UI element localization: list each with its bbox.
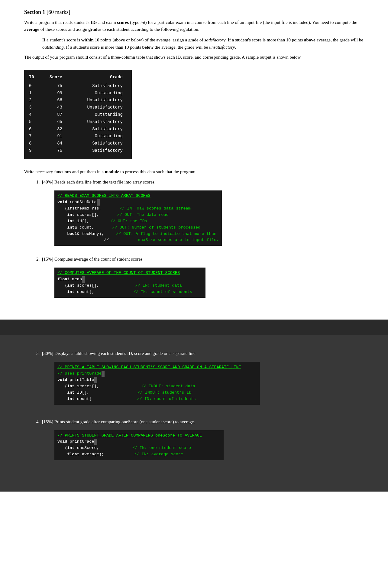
header-score: Score <box>47 75 74 80</box>
section-top: Section 1 [60 marks] Write a program tha… <box>0 0 388 320</box>
grade-table-wrapper: ID Score Grade 0 75 Satisfactory 1 99 Ou… <box>24 70 132 159</box>
code-param-1-2: int scores[],// OUT: The data read <box>57 212 219 218</box>
table-row: 3 43 Unsatisfactory <box>29 104 123 111</box>
cell-grade: Satisfactory <box>74 147 123 154</box>
intro-paragraph-2: The output of your program should consis… <box>24 54 364 61</box>
table-row: 8 84 Satisfactory <box>29 140 123 147</box>
code-comment-3a: // PRINTS A TABLE SHOWING EACH STUDENT'S… <box>57 364 257 371</box>
cell-score: 66 <box>47 97 74 104</box>
task-1-code: // READS EXAM SCORES INTO ARRAY SCORES v… <box>54 190 222 246</box>
grade-table: ID Score Grade 0 75 Satisfactory 1 99 Ou… <box>24 70 132 159</box>
code-sig-4: void printGrade <box>57 439 221 445</box>
table-row: 5 65 Unsatisfactory <box>29 119 123 126</box>
cell-score: 75 <box>47 83 74 90</box>
task-4-code: // PRINTS STUDENT GRADE AFTER COMPARING … <box>54 430 224 460</box>
cell-id: 1 <box>29 90 47 97</box>
code-param-1-1: (ifstream& rss,// IN: Raw scores data st… <box>57 206 219 212</box>
cell-id: 7 <box>29 133 47 140</box>
code-comment-1: // READS EXAM SCORES INTO ARRAY SCORES <box>57 193 219 199</box>
task-3-text: 3. [30%] Displays a table showing each s… <box>36 350 364 357</box>
task-2-code: // COMPUTES AVERAGE OF THE COUNT OF STUD… <box>54 268 205 298</box>
section-marks: [60 marks] <box>47 9 70 15</box>
section-title: Section 1 <box>24 9 45 15</box>
cell-score: 43 <box>47 104 74 111</box>
code-sig-2: float mean <box>57 276 202 283</box>
cell-id: 2 <box>29 97 47 104</box>
table-row: 6 82 Satisfactory <box>29 126 123 133</box>
cell-grade: Satisfactory <box>74 140 123 147</box>
code-param-1-6: // maxSize scores are in input file. <box>57 237 219 243</box>
table-row: 0 75 Satisfactory <box>29 83 123 90</box>
cell-grade: Satisfactory <box>74 126 123 133</box>
cell-grade: Satisfactory <box>74 83 123 90</box>
code-sig-1: void readStuData <box>57 199 219 206</box>
task-3: 3. [30%] Displays a table showing each s… <box>36 350 364 411</box>
table-row: 2 66 Unsatisfactory <box>29 97 123 104</box>
cell-grade: Outstanding <box>74 90 123 97</box>
code-param-4-2: float average);// IN: average score <box>57 451 221 458</box>
cell-grade: Outstanding <box>74 111 123 119</box>
table-header-row: ID Score Grade <box>29 75 123 80</box>
task-3-code: // PRINTS A TABLE SHOWING EACH STUDENT'S… <box>54 362 260 405</box>
cell-score: 87 <box>47 111 74 119</box>
code-param-3-1: (int scores[],// INOUT: student data <box>57 383 257 390</box>
cell-id: 8 <box>29 140 47 147</box>
cell-score: 99 <box>47 90 74 97</box>
rule-text: If a student's score is within 10 points… <box>42 36 364 51</box>
cell-id: 9 <box>29 147 47 154</box>
page-separator <box>0 320 388 335</box>
header-grade: Grade <box>74 75 123 80</box>
table-row: 1 99 Outstanding <box>29 90 123 97</box>
code-param-1-3: int id[],// OUT: the IDs <box>57 218 219 225</box>
code-comment-2: // COMPUTES AVERAGE OF THE COUNT OF STUD… <box>57 270 202 276</box>
cell-id: 3 <box>29 104 47 111</box>
cell-score: 91 <box>47 133 74 140</box>
table-row: 7 91 Outstanding <box>29 133 123 140</box>
code-param-1-5: bool& tooMany);// OUT: A flag to indicat… <box>57 231 219 237</box>
cell-score: 65 <box>47 119 74 126</box>
code-param-3-3: int count)// IN: count of students <box>57 396 257 402</box>
cell-id: 4 <box>29 111 47 119</box>
task-4-text: 4. [15%] Prints student grade after comp… <box>36 418 364 425</box>
cell-id: 0 <box>29 83 47 90</box>
page: Section 1 [60 marks] Write a program tha… <box>0 0 388 492</box>
task-2-text: 2. [15%] Computes average of the count o… <box>36 255 364 263</box>
intro-paragraph-1: Write a program that reads student's IDs… <box>24 19 364 33</box>
code-sig-3: void printTable <box>57 377 257 383</box>
write-intro: Write necessary functions and put them i… <box>24 168 364 175</box>
cell-grade: Outstanding <box>74 133 123 140</box>
task-2: 2. [15%] Computes average of the count o… <box>36 255 364 304</box>
cell-grade: Unsatisfactory <box>74 119 123 126</box>
cell-grade: Unsatisfactory <box>74 97 123 104</box>
cell-score: 82 <box>47 126 74 133</box>
section-heading: Section 1 [60 marks] <box>24 9 364 15</box>
task-1: 1. [40%] Reads each data line from the t… <box>36 178 364 252</box>
code-param-2-2: int count);// IN: count of students <box>57 289 202 295</box>
code-param-3-2: int ID[],// INOUT: student's ID <box>57 390 257 396</box>
indented-rules: If a student's score is within 10 points… <box>42 36 364 51</box>
cell-id: 6 <box>29 126 47 133</box>
code-comment-4: // PRINTS STUDENT GRADE AFTER COMPARING … <box>57 433 221 439</box>
task-4: 4. [15%] Prints student grade after comp… <box>36 418 364 466</box>
cell-grade: Unsatisfactory <box>74 104 123 111</box>
code-param-1-4: int& count,// OUT: Number of students pr… <box>57 225 219 231</box>
table-row: 9 76 Satisfactory <box>29 147 123 154</box>
cell-id: 5 <box>29 119 47 126</box>
code-comment-3b: // Uses printGrade <box>57 371 257 377</box>
table-row: 4 87 Outstanding <box>29 111 123 119</box>
cell-score: 76 <box>47 147 74 154</box>
code-param-4-1: (int oneScore,// IN: one student score <box>57 445 221 451</box>
task-1-text: 1. [40%] Reads each data line from the t… <box>36 178 364 186</box>
cell-score: 84 <box>47 140 74 147</box>
section-bottom: 3. [30%] Displays a table showing each s… <box>0 335 388 492</box>
header-id: ID <box>29 75 47 80</box>
code-param-2-1: (int scores[],// IN: student data <box>57 283 202 289</box>
